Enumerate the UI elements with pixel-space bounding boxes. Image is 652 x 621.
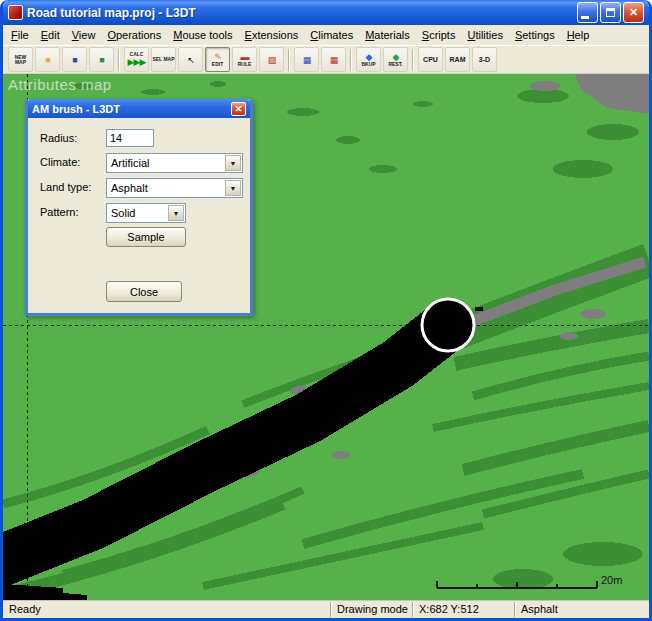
menu-bar: File Edit View Operations Mouse tools Ex… [3,25,649,45]
radius-input[interactable] [106,129,154,147]
sample-button[interactable]: Sample [106,227,186,247]
toolbar-separator [288,49,290,71]
pattern-label: Pattern: [40,206,79,218]
toolbar-label-new-map: NEW MAP [9,55,32,65]
toolbar-separator [118,49,120,71]
close-icon: ✕ [235,104,243,114]
zoom-selection-icon: ▨ [268,55,276,65]
menu-item-extensions[interactable]: Extensions [239,26,305,44]
cursor-arrow-icon: ↖ [187,55,194,65]
menu-item-view[interactable]: View [66,26,102,44]
toolbar-button-restore[interactable]: ◆REST. [383,47,408,72]
toolbar-button-cpu[interactable]: CPU [418,47,443,72]
toolbar-button-zoom-selection[interactable]: ▨ [259,47,284,72]
toolbar-label-ruler-tool: RULE [238,62,252,67]
menu-item-edit[interactable]: Edit [35,26,66,44]
climate-dropdown[interactable]: Artificial ▼ [106,153,243,173]
status-ready: Ready [9,603,41,615]
dialog-close-action-button[interactable]: Close [106,281,182,302]
statusbar-divider [412,602,414,617]
toolbar-button-backup[interactable]: ◆BKUP [356,47,381,72]
dropdown-arrow-icon[interactable]: ▼ [168,205,184,221]
dropdown-arrow-icon[interactable]: ▼ [225,180,241,196]
dropdown-arrow-icon[interactable]: ▼ [225,155,241,171]
menu-item-scripts[interactable]: Scripts [416,26,462,44]
toolbar-button-3d-view[interactable]: 3-D [472,47,497,72]
toolbar-label-3d-view: 3-D [479,56,490,64]
land-type-dropdown[interactable]: Asphalt ▼ [106,178,243,198]
menu-item-utilities[interactable]: Utilities [461,26,508,44]
calc-arrows-icon: ▶▶▶ [128,57,146,67]
statusbar-divider [514,602,516,617]
toolbar-button-calc[interactable]: CALC▶▶▶ [124,47,149,72]
map-overlay-title: Attributes map [8,76,112,93]
toolbar-button-open-map[interactable]: ■ [35,47,60,72]
climate-label: Climate: [40,156,80,168]
toolbar-button-grid-red[interactable]: ▦ [321,47,346,72]
grid-blue-icon: ▦ [303,55,311,65]
tool-bar: NEW MAP ■ ■ ■ CALC▶▶▶ SEL MAP ↖ ✎EDIT ▬R… [3,45,649,74]
menu-item-file[interactable]: File [5,26,35,44]
app-icon [8,5,23,20]
radius-label: Radius: [40,132,77,144]
land-type-value: Asphalt [111,182,148,194]
maximize-button[interactable] [600,2,621,23]
close-icon: ✕ [629,7,638,18]
dialog-title-bar[interactable]: AM brush - L3DT ✕ [28,99,250,118]
brush-cursor [422,299,474,351]
window-title: Road tutorial map.proj - L3DT [27,6,575,20]
scale-bar-label: 20m [601,574,622,586]
title-bar[interactable]: Road tutorial map.proj - L3DT ✕ [3,0,649,25]
minimize-icon [581,16,589,19]
minimize-button[interactable] [577,2,598,23]
save-icon: ■ [72,55,76,65]
menu-item-mouse-tools[interactable]: Mouse tools [167,26,238,44]
status-drawing-mode: Drawing mode [337,603,408,615]
toolbar-button-grid-blue[interactable]: ▦ [294,47,319,72]
climate-value: Artificial [111,157,150,169]
statusbar-divider [330,602,332,617]
pattern-value: Solid [111,207,135,219]
toolbar-button-ram[interactable]: RAM [445,47,470,72]
close-button[interactable]: ✕ [623,2,644,23]
toolbar-label-edit-tool: EDIT [212,62,223,67]
toolbar-button-edit-tool[interactable]: ✎EDIT [205,47,230,72]
open-folder-icon: ■ [45,55,49,65]
toolbar-button-ruler-tool[interactable]: ▬RULE [232,47,257,72]
toolbar-button-new-map[interactable]: NEW MAP [8,47,33,72]
map-area: Attributes map 20m AM brush - L3DT ✕ Rad… [3,74,649,600]
dialog-body: Radius: Climate: Artificial ▼ Land type:… [28,118,250,313]
status-coordinates: X:682 Y:512 [419,603,479,615]
am-brush-dialog: AM brush - L3DT ✕ Radius: Climate: Artif… [25,99,253,316]
toolbar-label-select-map: SEL MAP [152,57,174,62]
toolbar-separator [350,49,352,71]
toolbar-separator [412,49,414,71]
menu-item-help[interactable]: Help [561,26,596,44]
toolbar-label-ram: RAM [450,56,466,64]
land-type-label: Land type: [40,181,91,193]
toolbar-label-restore: REST. [388,62,402,67]
menu-item-operations[interactable]: Operations [101,26,167,44]
toolbar-button-save-project[interactable]: ■ [89,47,114,72]
menu-item-climates[interactable]: Climates [304,26,359,44]
menu-item-settings[interactable]: Settings [509,26,561,44]
status-bar: Ready Drawing mode X:682 Y:512 Asphalt [3,600,649,618]
app-window: Road tutorial map.proj - L3DT ✕ File Edi… [0,0,652,621]
toolbar-label-cpu: CPU [423,56,438,64]
toolbar-label-backup: BKUP [361,62,375,67]
toolbar-button-select-map[interactable]: SEL MAP [151,47,176,72]
dialog-title: AM brush - L3DT [32,103,231,115]
toolbar-button-save-map[interactable]: ■ [62,47,87,72]
dialog-close-button[interactable]: ✕ [231,102,246,116]
save-alt-icon: ■ [99,55,103,65]
maximize-icon [606,8,615,17]
grid-red-icon: ▦ [330,55,338,65]
pattern-dropdown[interactable]: Solid ▼ [106,203,186,223]
toolbar-button-cursor-tool[interactable]: ↖ [178,47,203,72]
menu-item-materials[interactable]: Materials [359,26,416,44]
status-land-type: Asphalt [521,603,558,615]
